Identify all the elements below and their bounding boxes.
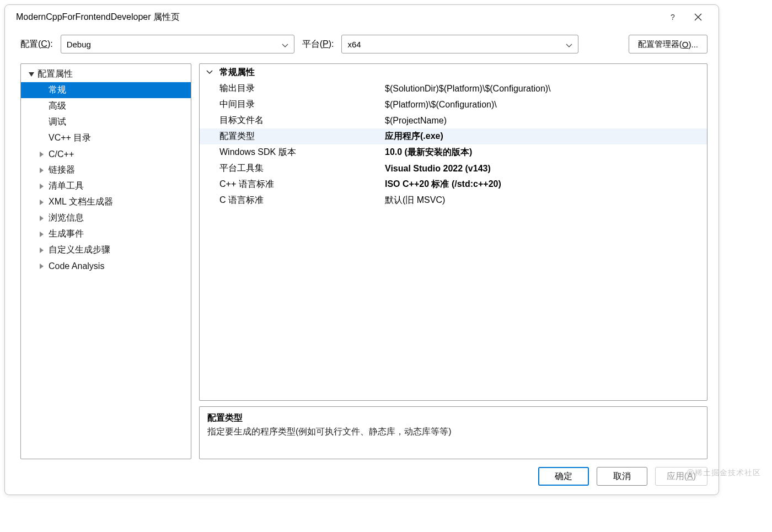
help-button[interactable]: ?: [660, 5, 685, 29]
close-icon: [694, 13, 702, 21]
grid-row[interactable]: C 语言标准默认(旧 MSVC): [200, 192, 707, 208]
grid-group-header[interactable]: 常规属性: [200, 64, 707, 80]
grid-row[interactable]: 中间目录$(Platform)\$(Configuration)\: [200, 96, 707, 112]
config-select[interactable]: Debug: [61, 35, 294, 53]
close-button[interactable]: [685, 5, 711, 29]
tree-item[interactable]: XML 文档生成器: [21, 194, 191, 210]
expand-icon: [40, 152, 47, 157]
cancel-button[interactable]: 取消: [597, 467, 647, 486]
dialog-footer: 确定 取消 应用(A): [5, 459, 719, 495]
chevron-down-icon: [566, 40, 572, 49]
grid-row[interactable]: 平台工具集Visual Studio 2022 (v143): [200, 160, 707, 176]
tree-item-label: 链接器: [49, 164, 75, 176]
expand-collapse-icon: [29, 72, 36, 77]
tree-item[interactable]: C/C++: [21, 146, 191, 162]
description-text: 指定要生成的程序类型(例如可执行文件、静态库，动态库等等): [207, 426, 699, 438]
property-grid[interactable]: 常规属性 输出目录$(SolutionDir)$(Platform)\$(Con…: [199, 63, 707, 401]
tree-item[interactable]: 常规: [21, 82, 191, 98]
watermark: @稀土掘金技术社区: [687, 468, 761, 478]
tree-item-label: 调试: [49, 116, 66, 128]
right-panel: 常规属性 输出目录$(SolutionDir)$(Platform)\$(Con…: [199, 63, 707, 459]
grid-row-label: Windows SDK 版本: [200, 147, 382, 158]
chevron-down-icon: [206, 66, 213, 76]
dialog-body: 配置属性 常规高级调试VC++ 目录C/C++链接器清单工具XML 文档生成器浏…: [5, 63, 719, 459]
expand-icon: [40, 216, 47, 221]
grid-row-label: 目标文件名: [200, 115, 382, 126]
description-panel: 配置类型 指定要生成的程序类型(例如可执行文件、静态库，动态库等等): [199, 406, 707, 459]
grid-row-value[interactable]: 10.0 (最新安装的版本): [382, 147, 707, 158]
platform-select-value: x64: [347, 40, 561, 49]
grid-row[interactable]: 配置类型应用程序(.exe): [200, 128, 707, 144]
config-select-value: Debug: [67, 40, 277, 49]
chevron-down-icon: [282, 40, 288, 49]
dialog-title: ModernCppForFrontendDeveloper 属性页: [16, 12, 660, 23]
expand-icon: [40, 168, 47, 173]
expand-icon: [40, 264, 47, 269]
titlebar: ModernCppForFrontendDeveloper 属性页 ?: [5, 5, 719, 29]
property-tree[interactable]: 配置属性 常规高级调试VC++ 目录C/C++链接器清单工具XML 文档生成器浏…: [20, 63, 191, 459]
tree-item[interactable]: 调试: [21, 114, 191, 130]
grid-row-value[interactable]: 默认(旧 MSVC): [382, 195, 707, 206]
grid-row-value[interactable]: Visual Studio 2022 (v143): [382, 164, 707, 174]
tree-item-label: 生成事件: [49, 228, 84, 240]
grid-row-value[interactable]: $(Platform)\$(Configuration)\: [382, 100, 707, 110]
property-pages-dialog: ModernCppForFrontendDeveloper 属性页 ? 配置(C…: [4, 4, 719, 495]
grid-row-value[interactable]: $(SolutionDir)$(Platform)\$(Configuratio…: [382, 84, 707, 94]
grid-row-value[interactable]: 应用程序(.exe): [382, 131, 707, 142]
grid-row-value[interactable]: $(ProjectName): [382, 116, 707, 126]
config-label: 配置(C):: [20, 39, 53, 50]
expand-icon: [40, 248, 47, 253]
platform-select[interactable]: x64: [341, 35, 578, 53]
grid-row-label: C 语言标准: [200, 195, 382, 206]
tree-item[interactable]: 高级: [21, 98, 191, 114]
tree-item[interactable]: 生成事件: [21, 226, 191, 242]
tree-item-label: 高级: [49, 100, 66, 112]
grid-row[interactable]: Windows SDK 版本10.0 (最新安装的版本): [200, 144, 707, 160]
expand-icon: [40, 232, 47, 237]
grid-row[interactable]: 目标文件名$(ProjectName): [200, 112, 707, 128]
tree-item-label: 浏览信息: [49, 212, 84, 224]
tree-item-label: Code Analysis: [49, 261, 104, 271]
tree-item-label: C/C++: [49, 149, 74, 159]
grid-row-label: 输出目录: [200, 83, 382, 94]
tree-item[interactable]: Code Analysis: [21, 258, 191, 274]
tree-item[interactable]: VC++ 目录: [21, 130, 191, 146]
tree-item-label: 常规: [49, 84, 66, 96]
grid-row-label: 平台工具集: [200, 163, 382, 174]
grid-row-value[interactable]: ISO C++20 标准 (/std:c++20): [382, 179, 707, 190]
platform-label: 平台(P):: [302, 39, 334, 50]
tree-item[interactable]: 浏览信息: [21, 210, 191, 226]
description-title: 配置类型: [207, 412, 699, 424]
ok-button[interactable]: 确定: [538, 467, 589, 486]
config-manager-button[interactable]: 配置管理器(O)...: [629, 35, 707, 53]
config-toolbar: 配置(C): Debug 平台(P): x64 配置管理器(O)...: [5, 29, 719, 63]
expand-icon: [40, 200, 47, 205]
grid-row-label: 配置类型: [200, 131, 382, 142]
expand-icon: [40, 184, 47, 189]
tree-item-label: 清单工具: [49, 180, 84, 192]
grid-row-label: 中间目录: [200, 99, 382, 110]
tree-item[interactable]: 自定义生成步骤: [21, 242, 191, 258]
tree-item-label: XML 文档生成器: [49, 196, 113, 208]
tree-item[interactable]: 清单工具: [21, 178, 191, 194]
tree-root-config-properties[interactable]: 配置属性: [21, 66, 191, 82]
grid-row-label: C++ 语言标准: [200, 179, 382, 190]
tree-item-label: VC++ 目录: [49, 132, 91, 144]
tree-item-label: 自定义生成步骤: [49, 244, 110, 256]
grid-row[interactable]: 输出目录$(SolutionDir)$(Platform)\$(Configur…: [200, 80, 707, 96]
tree-item[interactable]: 链接器: [21, 162, 191, 178]
grid-row[interactable]: C++ 语言标准ISO C++20 标准 (/std:c++20): [200, 176, 707, 192]
